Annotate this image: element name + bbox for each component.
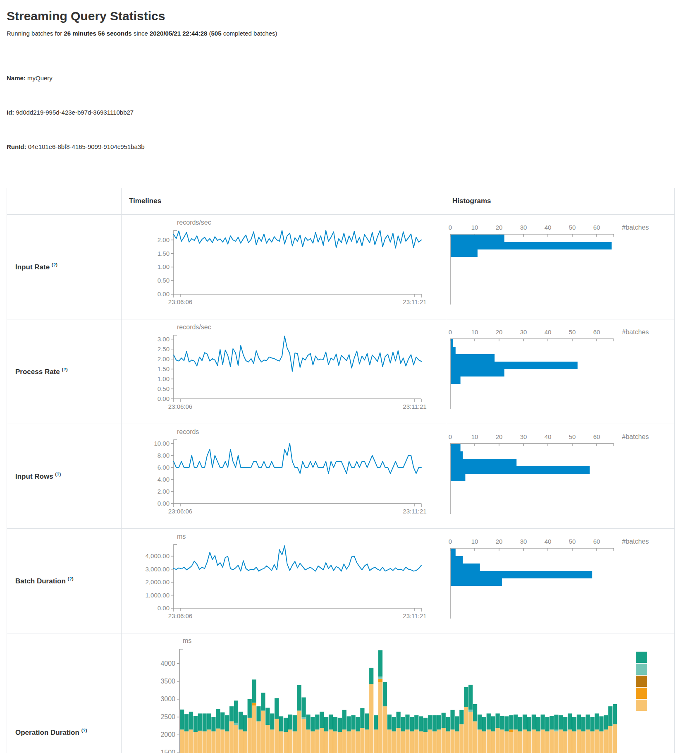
svg-text:23:06:06: 23:06:06 bbox=[168, 508, 192, 515]
svg-text:2.00: 2.00 bbox=[158, 236, 170, 243]
svg-text:ms: ms bbox=[177, 533, 186, 540]
input-rate-label: Input Rate bbox=[15, 263, 50, 271]
statistics-table: Timelines Histograms Input Rate (?) reco… bbox=[7, 188, 675, 753]
svg-text:2.50: 2.50 bbox=[158, 345, 170, 353]
svg-text:0.00: 0.00 bbox=[158, 395, 170, 402]
process-rate-row: Process Rate (?) records/sec0.000.501.00… bbox=[7, 319, 675, 424]
svg-text:2000: 2000 bbox=[160, 731, 175, 739]
svg-text:60: 60 bbox=[593, 224, 600, 231]
svg-text:10: 10 bbox=[471, 433, 478, 440]
input-rate-label-cell: Input Rate (?) bbox=[7, 214, 122, 319]
input-rate-row: Input Rate (?) records/sec0.000.501.001.… bbox=[7, 214, 675, 319]
svg-text:40: 40 bbox=[545, 224, 552, 231]
svg-text:23:06:06: 23:06:06 bbox=[168, 403, 192, 410]
input-rows-timeline-chart: records0.002.004.006.008.0010.0023:06:06… bbox=[122, 424, 446, 529]
batch-duration-label: Batch Duration bbox=[15, 577, 66, 585]
svg-text:0.00: 0.00 bbox=[158, 604, 170, 612]
input-rows-label-cell: Input Rows (?) bbox=[7, 424, 122, 529]
batch-duration-label-cell: Batch Duration (?) bbox=[7, 529, 122, 633]
svg-text:0.50: 0.50 bbox=[158, 277, 170, 284]
svg-text:23:06:06: 23:06:06 bbox=[168, 298, 192, 305]
svg-text:0: 0 bbox=[449, 433, 452, 440]
svg-text:4000: 4000 bbox=[160, 660, 175, 667]
svg-text:2.00: 2.00 bbox=[158, 355, 170, 362]
table-header-row: Timelines Histograms bbox=[7, 188, 675, 215]
svg-text:23:11:21: 23:11:21 bbox=[403, 612, 426, 619]
query-id-line: Id: 9d0dd219-995d-423e-b97d-36931110bb27 bbox=[7, 107, 693, 118]
svg-text:1.50: 1.50 bbox=[158, 365, 170, 372]
svg-text:10: 10 bbox=[471, 538, 478, 545]
svg-text:60: 60 bbox=[593, 433, 600, 440]
svg-text:23:11:21: 23:11:21 bbox=[403, 508, 426, 515]
svg-text:50: 50 bbox=[569, 538, 576, 545]
process-rate-histogram-chart: 0102030405060#batches bbox=[446, 319, 675, 424]
query-runid-line: RunId: 04e101e6-8bf8-4165-9099-9104c951b… bbox=[7, 141, 693, 153]
input-rate-histogram-chart: 0102030405060#batches bbox=[446, 214, 675, 319]
name-label: Name: bbox=[7, 74, 26, 82]
input-rows-row: Input Rows (?) records0.002.004.006.008.… bbox=[7, 424, 675, 529]
svg-text:10.00: 10.00 bbox=[154, 440, 170, 447]
input-rate-timeline-chart: records/sec0.000.501.001.502.0023:06:062… bbox=[122, 214, 446, 319]
batch-duration-row: Batch Duration (?) ms0.001,000.002,000.0… bbox=[7, 529, 675, 633]
svg-text:6.00: 6.00 bbox=[158, 464, 170, 471]
header-timelines: Timelines bbox=[122, 188, 446, 215]
tl-batch-duration-svg: ms0.001,000.002,000.003,000.004,000.0023… bbox=[122, 529, 438, 632]
svg-text:1500: 1500 bbox=[160, 749, 175, 753]
header-histograms: Histograms bbox=[446, 188, 675, 215]
svg-text:#batches: #batches bbox=[622, 329, 649, 336]
svg-text:30: 30 bbox=[520, 538, 527, 545]
id-label: Id: bbox=[7, 109, 14, 116]
svg-text:30: 30 bbox=[520, 433, 527, 440]
hist-input-rows-svg: 0102030405060#batches bbox=[446, 424, 668, 528]
process-rate-help-icon[interactable]: (?) bbox=[62, 367, 67, 372]
hist-process-rate-svg: 0102030405060#batches bbox=[446, 319, 668, 423]
svg-text:40: 40 bbox=[545, 433, 552, 440]
running-duration: 26 minutes 56 seconds bbox=[64, 30, 131, 37]
input-rate-help-icon[interactable]: (?) bbox=[52, 262, 57, 267]
name-value: myQuery bbox=[26, 74, 53, 82]
svg-text:50: 50 bbox=[569, 433, 576, 440]
header-empty-cell bbox=[7, 188, 122, 215]
svg-text:20: 20 bbox=[496, 329, 503, 336]
svg-text:ms: ms bbox=[183, 637, 191, 644]
svg-text:3,000.00: 3,000.00 bbox=[146, 566, 170, 573]
tl-process-rate-svg: records/sec0.000.501.001.502.002.503.002… bbox=[122, 319, 438, 423]
operation-duration-stacked-chart: ms0500100015002000250030003500400023:06:… bbox=[122, 633, 675, 753]
svg-text:2500: 2500 bbox=[160, 713, 175, 720]
input-rows-label: Input Rows bbox=[15, 472, 53, 480]
start-timestamp: 2020/05/21 22:44:28 bbox=[150, 30, 207, 37]
tl-input-rate-svg: records/sec0.000.501.001.502.0023:06:062… bbox=[122, 215, 438, 318]
svg-text:#batches: #batches bbox=[622, 538, 649, 545]
svg-text:0.00: 0.00 bbox=[158, 290, 170, 297]
svg-text:23:11:21: 23:11:21 bbox=[403, 298, 426, 305]
svg-text:2,000.00: 2,000.00 bbox=[146, 578, 170, 585]
hist-batch-duration-svg: 0102030405060#batches bbox=[446, 529, 668, 632]
svg-text:50: 50 bbox=[569, 224, 576, 231]
op-duration-svg: ms0500100015002000250030003500400023:06:… bbox=[122, 633, 659, 753]
svg-text:1.00: 1.00 bbox=[158, 264, 170, 271]
page-title: Streaming Query Statistics bbox=[7, 9, 693, 23]
runid-label: RunId: bbox=[7, 143, 26, 150]
summary-suffix: completed batches) bbox=[222, 30, 277, 37]
operation-duration-row: Operation Duration (?) ms050010001500200… bbox=[7, 633, 675, 753]
process-rate-timeline-chart: records/sec0.000.501.001.502.002.503.002… bbox=[122, 319, 446, 424]
process-rate-label-cell: Process Rate (?) bbox=[7, 319, 122, 424]
svg-text:20: 20 bbox=[496, 224, 503, 231]
svg-text:20: 20 bbox=[496, 433, 503, 440]
svg-text:1.50: 1.50 bbox=[158, 250, 170, 257]
operation-duration-help-icon[interactable]: (?) bbox=[81, 728, 87, 733]
svg-text:3500: 3500 bbox=[160, 678, 175, 685]
summary-since: since bbox=[132, 30, 150, 37]
batch-duration-timeline-chart: ms0.001,000.002,000.003,000.004,000.0023… bbox=[122, 529, 446, 633]
svg-text:30: 30 bbox=[520, 329, 527, 336]
input-rows-help-icon[interactable]: (?) bbox=[55, 472, 61, 477]
svg-text:10: 10 bbox=[471, 224, 478, 231]
svg-text:0.00: 0.00 bbox=[158, 500, 170, 507]
batch-duration-help-icon[interactable]: (?) bbox=[68, 576, 74, 581]
svg-text:8.00: 8.00 bbox=[158, 452, 170, 459]
svg-text:4.00: 4.00 bbox=[158, 476, 170, 483]
svg-text:records/sec: records/sec bbox=[177, 219, 211, 226]
svg-text:0.50: 0.50 bbox=[158, 385, 170, 392]
svg-text:10: 10 bbox=[471, 329, 478, 336]
summary-paren-open: ( bbox=[207, 30, 211, 37]
